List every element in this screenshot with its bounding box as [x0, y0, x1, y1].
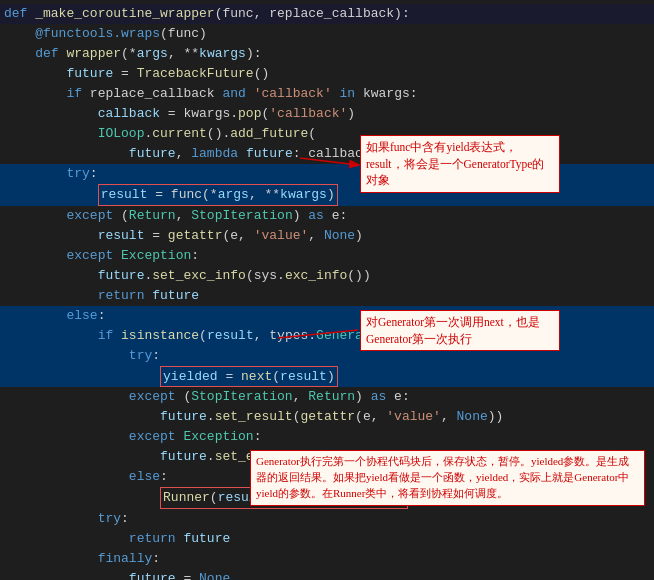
line-13-content: except Exception:	[0, 246, 654, 266]
line-6-content: callback = kwargs.pop('callback')	[0, 104, 654, 124]
result-assignment-box: result = func(*args, **kwargs)	[98, 184, 338, 206]
yielded-assignment-box: yielded = next(result)	[160, 366, 338, 388]
code-line-29: future = None	[0, 569, 654, 581]
code-line-13: except Exception:	[0, 246, 654, 266]
line-22-content: except Exception:	[0, 427, 654, 447]
line-14-content: future.set_exc_info(sys.exc_info())	[0, 266, 654, 286]
line-20-content: except (StopIteration, Return) as e:	[0, 387, 654, 407]
line-15-content: return future	[0, 286, 654, 306]
line-4-content: future = TracebackFuture()	[0, 64, 654, 84]
line-21-content: future.set_result(getattr(e, 'value', No…	[0, 407, 654, 427]
line-1-content: def _make_coroutine_wrapper(func, replac…	[0, 4, 654, 24]
code-line-14: future.set_exc_info(sys.exc_info())	[0, 266, 654, 286]
code-line-2: @functools.wraps(func)	[0, 24, 654, 44]
code-line-3: def wrapper(*args, **kwargs):	[0, 44, 654, 64]
code-line-11: except (Return, StopIteration) as e:	[0, 206, 654, 226]
code-line-12: result = getattr(e, 'value', None)	[0, 226, 654, 246]
line-5-content: if replace_callback and 'callback' in kw…	[0, 84, 654, 104]
line-2-content: @functools.wraps(func)	[0, 24, 654, 44]
code-line-27: return future	[0, 529, 654, 549]
code-line-21: future.set_result(getattr(e, 'value', No…	[0, 407, 654, 427]
code-line-4: future = TracebackFuture()	[0, 64, 654, 84]
line-12-content: result = getattr(e, 'value', None)	[0, 226, 654, 246]
annotation-2: 对Generator第一次调用next，也是Generator第一次执行	[360, 310, 560, 351]
code-line-15: return future	[0, 286, 654, 306]
annotation-3: Generator执行完第一个协程代码块后，保存状态，暂停。yielded参数。…	[250, 450, 645, 506]
code-line-1: def _make_coroutine_wrapper(func, replac…	[0, 4, 654, 24]
code-line-5: if replace_callback and 'callback' in kw…	[0, 84, 654, 104]
code-viewer: def _make_coroutine_wrapper(func, replac…	[0, 0, 654, 580]
code-line-19: yielded = next(result)	[0, 366, 654, 388]
code-line-6: callback = kwargs.pop('callback')	[0, 104, 654, 124]
code-line-22: except Exception:	[0, 427, 654, 447]
code-line-20: except (StopIteration, Return) as e:	[0, 387, 654, 407]
line-26-content: try:	[0, 509, 654, 529]
code-line-26: try:	[0, 509, 654, 529]
annotation-1: 如果func中含有yield表达式，result，将会是一个GeneratorT…	[360, 135, 560, 193]
line-27-content: return future	[0, 529, 654, 549]
line-29-content: future = None	[0, 569, 654, 581]
code-line-28: finally:	[0, 549, 654, 569]
line-19-content: yielded = next(result)	[0, 366, 654, 388]
line-3-content: def wrapper(*args, **kwargs):	[0, 44, 654, 64]
line-11-content: except (Return, StopIteration) as e:	[0, 206, 654, 226]
line-28-content: finally:	[0, 549, 654, 569]
